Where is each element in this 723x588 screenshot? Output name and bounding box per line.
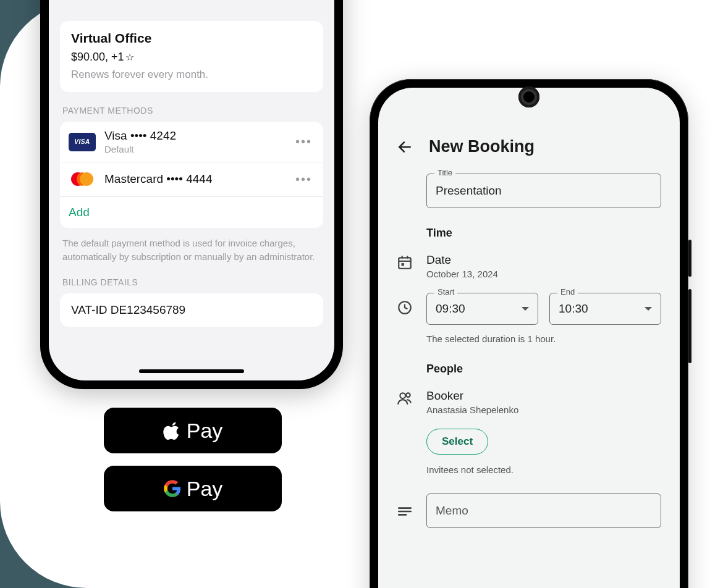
plan-title: Virtual Office [71,31,312,46]
card-name: Visa •••• 4242 [104,129,284,143]
google-pay-button[interactable]: Pay [104,466,282,511]
google-icon [163,479,182,498]
date-row[interactable]: Date October 13, 2024 [397,253,661,279]
plan-price: $90.00, +1☆ [71,51,312,64]
start-time-field[interactable]: Start 09:30 [426,293,538,325]
end-label: End [557,287,578,296]
booker-label: Booker [426,389,661,403]
page-title: New Booking [429,137,535,156]
more-icon[interactable]: ••• [293,135,315,149]
people-icon [397,390,413,415]
dropdown-icon [645,307,652,311]
end-time-field[interactable]: End 10:30 [549,293,661,325]
select-label: Select [442,435,473,447]
svg-point-7 [400,393,405,398]
duration-note: The selected duration is 1 hour. [426,334,661,344]
date-value: October 13, 2024 [426,269,661,279]
iphone-device: Virtual Office $90.00, +1☆ Renews foreve… [40,0,343,389]
memo-placeholder: Memo [436,504,652,518]
add-payment-method[interactable]: Add [60,196,323,228]
plan-renewal: Renews forever every month. [71,69,312,81]
booker-row[interactable]: Booker Anastasia Shepelenko [397,389,661,415]
app-bar: New Booking [397,137,661,156]
plan-price-text: $90.00, +1 [71,51,124,64]
add-link[interactable]: Add [69,206,90,219]
home-indicator[interactable] [139,369,244,373]
camera-punchhole [518,86,539,107]
select-invitees-button[interactable]: Select [426,429,488,455]
more-icon[interactable]: ••• [293,172,315,187]
start-label: Start [434,287,457,296]
mastercard-icon [69,170,96,188]
vat-id: VAT-ID DE123456789 [71,303,312,317]
apple-pay-button[interactable]: Pay [104,408,282,453]
svg-rect-5 [402,263,404,266]
booker-name: Anastasia Shepelenko [426,405,661,415]
billing-card[interactable]: VAT-ID DE123456789 [60,293,323,327]
dropdown-icon [522,307,529,311]
android-device: New Booking Title Presentation Time Date [370,79,688,588]
end-value: 10:30 [559,302,652,316]
date-label: Date [426,253,661,267]
payment-methods-card: VISA Visa •••• 4242 Default ••• Masterca… [60,122,323,228]
card-name: Mastercard •••• 4444 [104,172,284,186]
start-value: 09:30 [436,302,529,316]
time-section-label: Time [426,227,661,240]
payment-methods-label: PAYMENT METHODS [62,106,321,116]
invitees-note: Invitees not selected. [426,464,661,475]
card-default-label: Default [104,144,284,154]
payment-method-note: The default payment method is used for i… [62,237,321,264]
title-field[interactable]: Title Presentation [426,174,661,208]
memo-field[interactable]: Memo [426,494,661,528]
payment-method-row[interactable]: VISA Visa •••• 4242 Default ••• [60,122,323,162]
calendar-icon [397,254,413,279]
back-arrow-icon[interactable] [397,139,413,155]
notes-icon [397,503,413,522]
svg-point-8 [406,393,410,397]
google-pay-label: Pay [187,477,223,501]
payment-method-row[interactable]: Mastercard •••• 4444 ••• [60,162,323,196]
clock-icon [397,300,413,318]
plan-card: Virtual Office $90.00, +1☆ Renews foreve… [60,21,323,92]
billing-details-label: BILLING DETAILS [62,277,321,287]
title-field-label: Title [434,168,455,177]
star-icon: ☆ [125,51,134,63]
apple-icon [163,421,182,440]
people-section-label: People [426,363,661,376]
apple-pay-label: Pay [187,419,223,443]
svg-rect-1 [399,258,411,268]
title-field-value: Presentation [436,184,652,198]
visa-icon: VISA [69,133,96,151]
